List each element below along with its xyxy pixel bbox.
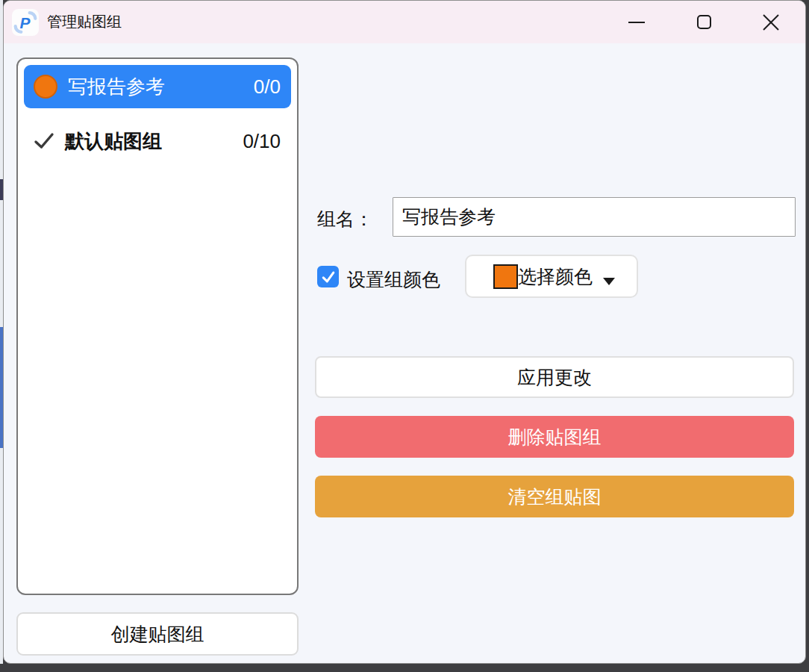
- minimize-icon: [628, 22, 645, 23]
- group-color-circle-icon: [34, 75, 57, 99]
- group-name: 默认贴图组: [65, 128, 162, 155]
- manage-pin-groups-dialog: P 管理贴图组 写报告参考 0/0 默认贴图组 0/10: [3, 0, 806, 664]
- group-list-item-default[interactable]: 默认贴图组 0/10: [24, 123, 291, 159]
- group-name-input[interactable]: [393, 197, 796, 237]
- pixpin-logo-icon: P: [11, 8, 40, 37]
- group-list-panel: 写报告参考 0/0 默认贴图组 0/10: [16, 57, 299, 595]
- svg-text:P: P: [19, 13, 30, 31]
- delete-group-button[interactable]: 删除贴图组: [315, 416, 794, 458]
- minimize-button[interactable]: [619, 6, 655, 39]
- check-icon: [320, 269, 337, 285]
- group-name-label: 组名：: [317, 207, 373, 231]
- window-title: 管理贴图组: [47, 12, 122, 32]
- chevron-down-icon: [603, 278, 615, 285]
- create-group-button[interactable]: 创建贴图组: [16, 612, 299, 656]
- group-list-item-selected[interactable]: 写报告参考 0/0: [24, 65, 291, 108]
- titlebar: P 管理贴图组: [4, 1, 805, 43]
- choose-color-dropdown[interactable]: 选择颜色: [465, 255, 638, 298]
- set-color-label: 设置组颜色: [347, 267, 440, 292]
- set-color-checkbox[interactable]: [317, 266, 339, 287]
- clear-group-button[interactable]: 清空组贴图: [315, 476, 794, 517]
- maximize-icon: [697, 15, 711, 29]
- close-icon: [762, 13, 780, 31]
- group-count: 0/0: [254, 75, 281, 99]
- choose-color-label: 选择颜色: [518, 264, 593, 289]
- apply-changes-button[interactable]: 应用更改: [315, 356, 794, 398]
- close-button[interactable]: [753, 6, 789, 39]
- checkmark-icon: [34, 131, 54, 151]
- color-swatch-icon: [493, 264, 518, 289]
- group-count: 0/10: [243, 130, 281, 153]
- maximize-button[interactable]: [686, 6, 722, 39]
- group-name: 写报告参考: [68, 74, 165, 100]
